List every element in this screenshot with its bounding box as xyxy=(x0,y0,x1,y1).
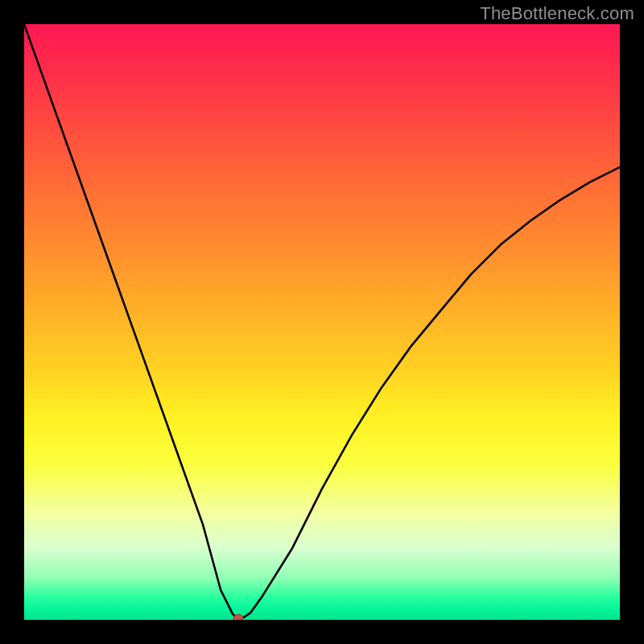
watermark-text: TheBottleneck.com xyxy=(480,3,634,24)
background-gradient xyxy=(24,24,620,620)
chart-frame: TheBottleneck.com xyxy=(0,0,644,644)
min-point-marker xyxy=(233,614,244,620)
plot-area xyxy=(24,24,620,620)
